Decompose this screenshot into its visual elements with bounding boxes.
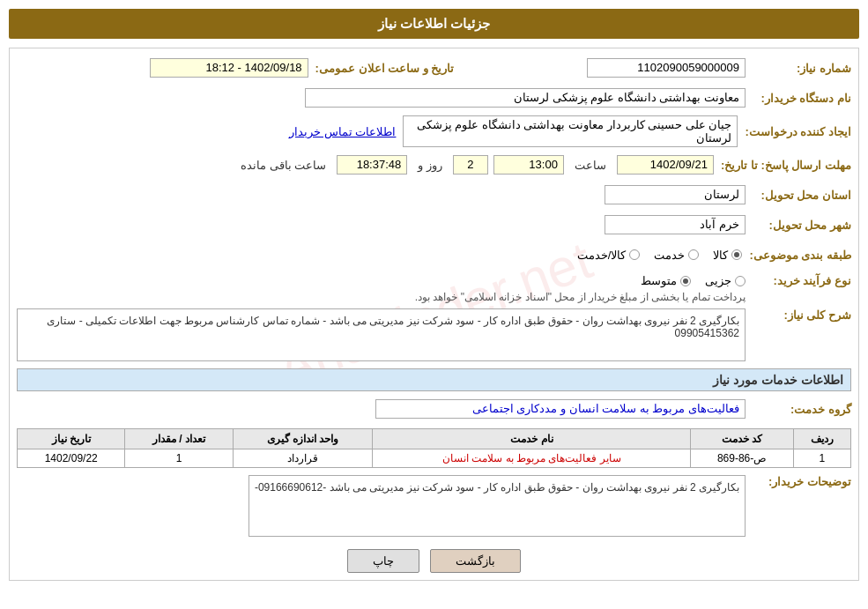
announcement-label: تاریخ و ساعت اعلان عمومی: <box>308 62 455 75</box>
city-label: شهر محل تحویل: <box>746 219 851 232</box>
process-radio-group: جزیی متوسط <box>641 274 746 287</box>
process-radio-minor[interactable] <box>735 276 746 286</box>
buyer-value: معاونت بهداشتی دانشگاه علوم پزشکی لرستان <box>305 88 746 108</box>
col-unit: واحد اندازه گیری <box>233 429 373 449</box>
service-group-value: فعالیت‌های مربوط به سلامت انسان و مددکار… <box>375 399 746 419</box>
deadline-remaining-label: ساعت باقی مانده <box>241 159 326 172</box>
buyer-desc-label: توضیحات خریدار: <box>746 475 851 488</box>
col-date: تاریخ نیاز <box>18 429 125 449</box>
category-option-both[interactable]: کالا/خدمت <box>577 249 641 262</box>
category-label-both: کالا/خدمت <box>577 249 627 262</box>
table-row: 1 ص-86-869 سایر فعالیت‌های مربوط به سلام… <box>18 449 851 468</box>
print-button[interactable]: چاپ <box>347 549 419 573</box>
deadline-date: 1402/09/21 <box>617 155 714 175</box>
cell-rownum: 1 <box>793 449 850 468</box>
process-radio-medium[interactable] <box>680 276 691 286</box>
back-button[interactable]: بازگشت <box>430 549 521 573</box>
cell-date: 1402/09/22 <box>18 449 125 468</box>
contact-link[interactable]: اطلاعات تماس خریدار <box>289 125 396 138</box>
process-note: پرداخت تمام یا بخشی از مبلغ خریدار از مح… <box>415 291 746 303</box>
service-table: ردیف کد خدمت نام خدمت واحد اندازه گیری ت… <box>17 428 851 468</box>
button-row: بازگشت چاپ <box>17 549 851 573</box>
category-option-service[interactable]: خدمت <box>654 249 699 262</box>
cell-name: سایر فعالیت‌های مربوط به سلامت انسان <box>373 449 691 468</box>
general-desc-value: بکارگیری 2 نفر نیروی بهداشت روان - حقوق … <box>17 308 746 361</box>
service-group-label: گروه خدمت: <box>746 403 851 416</box>
category-label-goods: کالا <box>713 249 728 262</box>
province-label: استان محل تحویل: <box>746 189 851 202</box>
province-value: لرستان <box>605 185 746 204</box>
service-section-title: اطلاعات خدمات مورد نیاز <box>17 368 851 391</box>
creator-label: ایجاد کننده درخواست: <box>738 125 851 138</box>
category-radio-service[interactable] <box>688 249 699 260</box>
cell-code: ص-86-869 <box>691 449 793 468</box>
process-label: نوع فرآیند خرید: <box>746 274 851 287</box>
process-label-medium: متوسط <box>641 274 677 287</box>
creator-value: جیان علی حسینی کاربردار معاونت بهداشتی د… <box>403 115 738 147</box>
announcement-value: 1402/09/18 - 18:12 <box>150 58 308 78</box>
need-number-value: 1102090059000009 <box>587 58 746 78</box>
col-rownum: ردیف <box>793 429 850 449</box>
col-name: نام خدمت <box>373 429 691 449</box>
deadline-label: مهلت ارسال پاسخ: تا تاریخ: <box>714 159 851 172</box>
col-code: کد خدمت <box>691 429 793 449</box>
category-label: طبقه بندی موضوعی: <box>742 249 851 262</box>
cell-qty: 1 <box>125 449 233 468</box>
col-qty: تعداد / مقدار <box>125 429 233 449</box>
category-label-service: خدمت <box>654 249 685 262</box>
deadline-days-label: روز و <box>418 159 442 172</box>
deadline-time-label: ساعت <box>575 159 606 172</box>
category-radio-group: کالا خدمت کالا/خدمت <box>577 249 743 262</box>
service-table-section: ردیف کد خدمت نام خدمت واحد اندازه گیری ت… <box>17 428 851 468</box>
category-radio-goods[interactable] <box>731 249 742 260</box>
general-desc-label: شرح کلی نیاز: <box>746 308 851 322</box>
need-number-label: شماره نیاز: <box>746 62 851 75</box>
buyer-desc-value: بکارگیری 2 نفر نیروی بهداشت روان - حقوق … <box>249 475 746 537</box>
deadline-remaining: 18:37:48 <box>337 155 407 175</box>
city-value: خرم آباد <box>605 215 746 234</box>
deadline-time: 13:00 <box>493 155 564 175</box>
buyer-label: نام دستگاه خریدار: <box>746 92 851 105</box>
category-option-goods[interactable]: کالا <box>713 249 742 262</box>
cell-unit: قرارداد <box>233 449 373 468</box>
category-radio-both[interactable] <box>629 249 640 260</box>
deadline-days: 2 <box>453 155 488 175</box>
page-title: جزئیات اطلاعات نیاز <box>9 9 859 39</box>
process-label-minor: جزیی <box>705 274 731 287</box>
process-option-medium[interactable]: متوسط <box>641 274 691 287</box>
process-option-minor[interactable]: جزیی <box>705 274 746 287</box>
